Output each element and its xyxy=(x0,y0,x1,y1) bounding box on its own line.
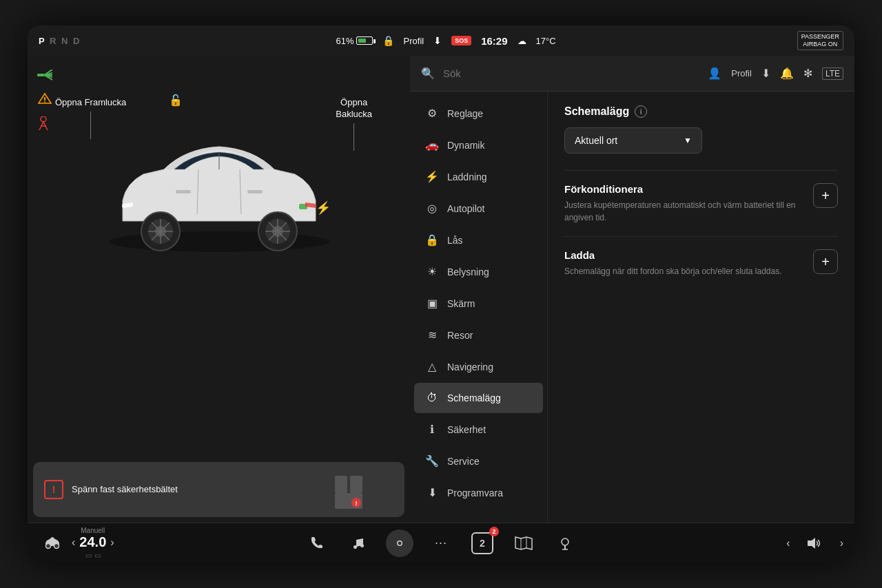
bluetooth-icon: ✻ xyxy=(803,67,812,80)
prnd-r: R xyxy=(50,36,57,46)
calendar-icon: 2 xyxy=(471,532,493,554)
nav-label-dynamik: Dynamik xyxy=(447,140,484,151)
svg-rect-33 xyxy=(350,476,362,481)
nav-label-service: Service xyxy=(447,456,480,467)
nav-icon-autopilot: ◎ xyxy=(425,202,439,215)
car-svg-container: Öppna Framlucka ÖppnaBaklucka 🔓 xyxy=(28,56,410,456)
search-input[interactable] xyxy=(443,67,699,79)
lock-icon: 🔒 xyxy=(382,35,394,46)
precondition-title: Förkonditionera xyxy=(564,183,802,195)
seat-diagram: ! xyxy=(331,469,393,510)
nav-item-skarm[interactable]: ▣ Skärm xyxy=(414,288,543,319)
nav-item-sakerhet[interactable]: ℹ Säkerhet xyxy=(414,414,543,445)
precondition-info: Förkonditionera Justera kupétemperaturen… xyxy=(564,183,813,224)
hood-lock-icon: 🔓 xyxy=(169,94,183,107)
dropdown-label: Aktuell ort xyxy=(575,135,617,146)
charge-add-button[interactable]: + xyxy=(813,249,838,274)
nav-icon-skarm: ▣ xyxy=(425,297,439,310)
temp-increase-button[interactable]: › xyxy=(110,536,114,549)
status-bar: P R N D 61% 🔒 Profil ⬇ SOS 16:29 ☁ 17°C … xyxy=(28,25,854,56)
svg-text:!: ! xyxy=(356,500,358,507)
calendar-badge: 2 xyxy=(489,527,499,536)
search-bar-actions: 👤 Profil ⬇ 🔔 ✻ LTE xyxy=(708,67,843,80)
nav-item-belysning[interactable]: ☀ Belysning xyxy=(414,256,543,287)
right-panel: 🔍 👤 Profil ⬇ 🔔 ✻ LTE ⚙ Reglage 🚗 xyxy=(410,56,854,523)
section-title: Schemalägg i xyxy=(564,105,838,118)
svg-rect-28 xyxy=(247,190,263,193)
music-button[interactable] xyxy=(345,529,372,557)
phone-button[interactable] xyxy=(303,529,331,557)
temp-label: Manuell xyxy=(81,527,105,534)
climate-mode-icons: ▭ ▭ xyxy=(85,552,101,559)
prnd-d: D xyxy=(73,36,81,46)
charge-description: Schemalägg när ditt fordon ska börja och… xyxy=(564,265,802,277)
status-right: PASSENGER AIRBAG ON xyxy=(797,31,843,50)
weather-icon: ☁ xyxy=(517,36,526,46)
temp-decrease-button[interactable]: ‹ xyxy=(72,536,75,549)
nav-item-autopilot[interactable]: ◎ Autopilot xyxy=(414,193,543,224)
precondition-add-button[interactable]: + xyxy=(813,183,838,208)
dots-button[interactable]: ··· xyxy=(427,529,455,557)
nav-icon-navigering: △ xyxy=(425,360,439,373)
nav-label-sakerhet: Säkerhet xyxy=(447,424,486,435)
prev-track-icon[interactable]: ‹ xyxy=(786,537,790,549)
maps-button[interactable] xyxy=(510,529,537,557)
settings-body: ⚙ Reglage 🚗 Dynamik ⚡ Laddning ◎ Autopil… xyxy=(410,92,854,523)
taskbar-center: ··· 2 2 xyxy=(240,529,642,557)
nav-icon-resor: ≋ xyxy=(425,328,439,342)
car-button[interactable] xyxy=(39,529,66,557)
status-center: 61% 🔒 Profil ⬇ SOS 16:29 ☁ 17°C xyxy=(94,35,797,47)
nav-item-schemalAgg[interactable]: ⏱ Schemalägg xyxy=(414,383,543,413)
taskbar: Manuell ‹ 24.0 › ▭ ▭ xyxy=(28,523,854,563)
nav-item-las[interactable]: 🔒 Lås xyxy=(414,224,543,255)
svg-rect-27 xyxy=(176,190,191,193)
prnd-n: N xyxy=(61,36,69,46)
precondition-description: Justera kupétemperaturen automatiskt och… xyxy=(564,199,802,224)
nav-item-dynamik[interactable]: 🚗 Dynamik xyxy=(414,129,543,160)
download-icon: ⬇ xyxy=(433,35,442,46)
nav-label-skarm: Skärm xyxy=(447,298,475,309)
svg-rect-31 xyxy=(335,476,347,481)
nav-icon-belysning: ☀ xyxy=(425,265,439,278)
car-illustration xyxy=(95,125,343,262)
battery-indicator: 61% xyxy=(336,36,373,46)
charge-info: Ladda Schemalägg när ditt fordon ska bör… xyxy=(564,249,813,277)
battery-percent: 61% xyxy=(336,36,354,46)
nav-item-navigering[interactable]: △ Navigering xyxy=(414,351,543,382)
steering-heat-icon: ▭ xyxy=(94,552,101,559)
nav-icon-dynamik: 🚗 xyxy=(425,138,439,151)
search-bar: 🔍 👤 Profil ⬇ 🔔 ✻ LTE xyxy=(410,56,854,92)
joystick-button[interactable] xyxy=(551,529,579,557)
nav-label-reglage: Reglage xyxy=(447,108,483,119)
sos-badge[interactable]: SOS xyxy=(451,36,471,45)
next-track-icon[interactable]: › xyxy=(840,537,843,549)
charge-title: Ladda xyxy=(564,249,802,261)
nav-item-laddning[interactable]: ⚡ Laddning xyxy=(414,161,543,192)
nav-item-reglage[interactable]: ⚙ Reglage xyxy=(414,98,543,129)
location-dropdown[interactable]: Aktuell ort ▼ xyxy=(564,127,702,154)
nav-item-programvara[interactable]: ⬇ Programvara xyxy=(414,477,543,508)
nav-label-schemalAgg: Schemalägg xyxy=(447,392,501,403)
nav-item-resor[interactable]: ≋ Resor xyxy=(414,319,543,350)
info-icon[interactable]: i xyxy=(635,105,647,118)
profile-text[interactable]: Profil xyxy=(731,68,752,78)
profile-label[interactable]: Profil xyxy=(404,36,424,46)
prnd-p: P xyxy=(39,36,45,46)
nav-icon-schemalAgg: ⏱ xyxy=(425,392,439,404)
calendar-button[interactable]: 2 2 xyxy=(469,529,496,557)
nav-item-service[interactable]: 🔧 Service xyxy=(414,445,543,476)
seatbelt-warning-text: Spänn fast säkerhetsbältet xyxy=(72,483,178,496)
volume-button[interactable] xyxy=(801,529,829,557)
svg-point-41 xyxy=(360,544,364,547)
svg-rect-35 xyxy=(335,493,362,498)
nav-label-resor: Resor xyxy=(447,330,473,341)
profile-icon: 👤 xyxy=(708,67,721,80)
settings-content: Schemalägg i Aktuell ort ▼ Förkonditione… xyxy=(548,92,854,523)
nav-label-belysning: Belysning xyxy=(447,266,489,277)
nav-label-navigering: Navigering xyxy=(447,361,493,372)
battery-fill xyxy=(358,39,366,43)
camera-button[interactable] xyxy=(386,529,413,557)
svg-point-39 xyxy=(54,543,59,548)
nav-icon-laddning: ⚡ xyxy=(425,170,439,183)
battery-body xyxy=(356,36,373,45)
